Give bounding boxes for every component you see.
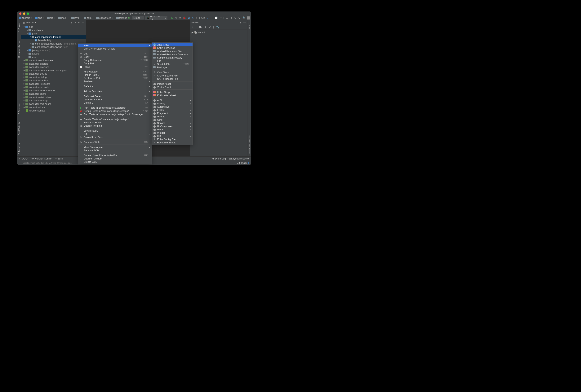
menu-item[interactable]: ⬤Wear▶ xyxy=(152,128,192,131)
locate-icon[interactable]: ⊕ xyxy=(70,21,72,24)
menu-item[interactable]: Mark Directory as▶ xyxy=(78,145,152,149)
search-icon[interactable]: 🔍 xyxy=(242,16,246,20)
menu-item[interactable]: ⚙EditorConfig File xyxy=(152,138,192,141)
menu-item[interactable]: Replace in Path...⇧⌘R xyxy=(78,76,152,80)
sdk-icon[interactable]: ⬇ xyxy=(230,16,233,20)
bottom-eventlog[interactable]: ◔ Event Log xyxy=(212,157,226,160)
disclosure-icon[interactable] xyxy=(23,103,25,105)
menu-item[interactable]: 🐞Debug 'Tests in 'com.capacitorjs.testap… xyxy=(78,109,152,113)
disclosure-icon[interactable] xyxy=(23,66,25,68)
rail-project[interactable]: 1: Project xyxy=(18,22,20,33)
project-tree[interactable]: appmanifestsjavacom.capacitorjs.testappC… xyxy=(21,25,86,156)
sync-icon[interactable]: ⟲ xyxy=(234,16,237,20)
menu-item[interactable]: ▶Run 'Tests in 'com.capacitorjs.testapp'… xyxy=(78,113,152,116)
tree-node[interactable]: capacitor-dialog xyxy=(21,75,86,79)
menu-item[interactable]: Android Resource File xyxy=(152,49,192,53)
tree-node[interactable]: assets xyxy=(21,52,86,55)
run-icon[interactable]: ▶ xyxy=(171,16,174,20)
gradle-root-node[interactable]: ▶ 🐘 android xyxy=(192,30,246,34)
breadcrumb-item[interactable]: com〉 xyxy=(83,16,96,20)
run-config-device[interactable]: 📱 Pixel 3 API 29 ▾ xyxy=(145,15,168,21)
menu-item[interactable]: Optimize Imports⌃⌥O xyxy=(78,98,152,101)
menu-item[interactable]: Git▶ xyxy=(78,132,152,136)
disclosure-icon[interactable] xyxy=(23,69,25,71)
tree-node[interactable]: Gradle Scripts xyxy=(21,109,86,112)
breadcrumb[interactable]: android〉app〉src〉main〉java〉com〉capacitorj… xyxy=(18,16,128,20)
menu-item[interactable]: ⧉Copy⌘C xyxy=(78,55,152,58)
menu-item[interactable]: ◆Create 'Tests in 'com.capacitorjs.testa… xyxy=(78,118,152,121)
menu-item[interactable]: ⬤Folder▶ xyxy=(152,108,192,112)
menu-item[interactable]: Delete...⌦ xyxy=(78,101,152,104)
menu-item[interactable]: Refactor▶ xyxy=(78,85,152,88)
menu-item[interactable]: Find in Path...⇧⌘F xyxy=(78,73,152,76)
tree-node[interactable]: app xyxy=(21,25,86,29)
apply-code-icon[interactable]: ≡ xyxy=(179,16,181,20)
git-commit-icon[interactable]: ✓ xyxy=(210,16,213,20)
menu-item[interactable]: Reveal in Finder xyxy=(78,121,152,124)
menu-item[interactable]: Local History▶ xyxy=(78,129,152,132)
disclosure-icon[interactable] xyxy=(23,76,25,78)
gear-icon[interactable]: ⚙ xyxy=(240,21,242,24)
tree-node[interactable]: capacitor-action-sheet xyxy=(21,59,86,62)
menu-item[interactable]: ⬤Widget▶ xyxy=(152,131,192,134)
bottom-build[interactable]: ⚒ Build xyxy=(55,157,63,160)
disclosure-icon[interactable] xyxy=(23,106,25,108)
menu-item[interactable]: Convert Java File to Kotlin File⌥⇧⌘K xyxy=(78,154,152,157)
menu-item[interactable]: ⬤Vector Asset xyxy=(152,85,192,89)
disclosure-icon[interactable] xyxy=(23,89,25,91)
tree-node[interactable]: capacitor-keyboard xyxy=(21,82,86,86)
menu-item[interactable]: ⬤Fragment▶ xyxy=(152,112,192,115)
disclosure-icon[interactable] xyxy=(23,63,25,65)
menu-item[interactable]: Copy Reference⌥⇧⌘C xyxy=(78,58,152,62)
disclosure-icon[interactable] xyxy=(23,73,25,75)
menu-item[interactable]: CJava Class xyxy=(152,43,192,46)
menu-item[interactable]: Sample Data Directory xyxy=(152,56,192,59)
expand-icon[interactable]: ⤢ xyxy=(209,26,211,28)
tree-node[interactable]: manifests xyxy=(21,29,86,32)
breadcrumb-item[interactable]: src〉 xyxy=(46,16,57,20)
disclosure-icon[interactable] xyxy=(26,33,28,35)
gradle-tree[interactable]: ▶ 🐘 android xyxy=(190,29,247,35)
structure-icon[interactable]: ⚙ xyxy=(238,16,241,20)
menu-item[interactable]: ▶Run 'Tests in 'com.capacitorjs.testapp'… xyxy=(78,106,152,109)
link-icon[interactable]: 🐘 xyxy=(199,26,202,28)
disclosure-icon[interactable] xyxy=(23,83,25,85)
bottom-layout[interactable]: ▦ Layout Inspector xyxy=(229,157,250,160)
breadcrumb-item[interactable]: android〉 xyxy=(18,16,34,20)
breadcrumb-item[interactable]: app〉 xyxy=(34,16,46,20)
lock-icon[interactable]: ▮ xyxy=(248,161,250,164)
rail-gradle[interactable]: Gradle xyxy=(248,22,250,30)
tree-node[interactable]: res xyxy=(21,55,86,59)
context-submenu-new[interactable]: CJava ClassKotlin File/ClassAndroid Reso… xyxy=(152,42,193,145)
menu-item[interactable]: Kotlin Worksheet xyxy=(152,94,192,97)
git-update-icon[interactable]: ↙ xyxy=(206,16,209,20)
tree-node[interactable]: capacitor-cordova-android-plugins xyxy=(21,69,86,72)
menu-item[interactable]: ◯Open on GitHub xyxy=(78,157,152,160)
menu-item[interactable]: Remove BOM xyxy=(78,149,152,152)
breadcrumb-item[interactable]: main〉 xyxy=(58,16,70,20)
menu-item[interactable]: ✂Cut⌘X xyxy=(78,52,152,55)
breadcrumb-item[interactable]: java〉 xyxy=(71,16,83,20)
status-icon[interactable]: ▢ xyxy=(19,161,21,164)
menu-item[interactable]: ▫File xyxy=(152,59,192,62)
disclosure-icon[interactable] xyxy=(23,86,25,88)
menu-item[interactable]: ▫C/C++ Source File xyxy=(152,74,192,77)
disclosure-icon[interactable] xyxy=(23,93,25,95)
menu-item[interactable]: ⬤Google▶ xyxy=(152,115,192,118)
disclosure-icon[interactable] xyxy=(23,79,25,81)
debug-icon[interactable]: 🐞 xyxy=(182,16,186,20)
menu-item[interactable]: Analyze▶ xyxy=(78,80,152,83)
menu-item[interactable]: ⬤Image Asset xyxy=(152,82,192,85)
menu-item[interactable]: ⬤UI Component▶ xyxy=(152,125,192,128)
menu-item[interactable]: Find Usages⌥F7 xyxy=(78,70,152,73)
tree-node[interactable]: java xyxy=(21,32,86,35)
disclosure-icon[interactable] xyxy=(26,56,28,58)
tree-node[interactable]: capacitor-browser xyxy=(21,65,86,69)
disclosure-icon[interactable] xyxy=(29,36,32,38)
tree-node[interactable]: com.capacitorjs.testapp xyxy=(21,35,86,39)
tree-node[interactable]: java (generated) xyxy=(21,49,86,52)
menu-item[interactable]: Add to Favorites▶ xyxy=(78,90,152,93)
avd-icon[interactable]: ▭ xyxy=(226,16,229,20)
hide-icon[interactable]: — xyxy=(82,21,84,24)
bottom-todo[interactable]: ≡ TODO xyxy=(19,157,28,160)
